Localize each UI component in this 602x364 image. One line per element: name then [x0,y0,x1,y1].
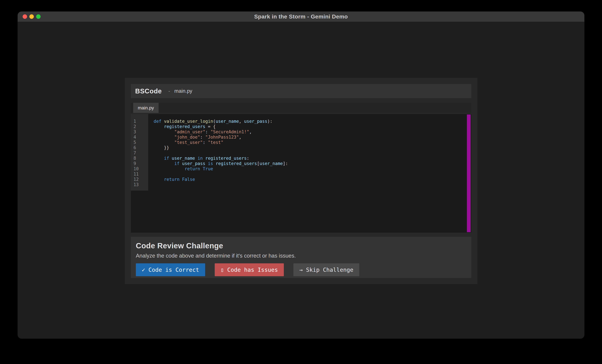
code-token-pl [154,124,164,129]
line-number-gutter: 12345678910111213 [131,114,148,191]
code-token-var: registered_users [205,156,247,161]
code-token-pl: : [247,156,249,161]
code-token-pl [154,166,185,171]
zoom-button[interactable] [36,14,41,19]
code-line [154,150,288,156]
code-token-str: "JohnPass123" [205,135,239,139]
window-titlebar: Spark in the Storm - Gemini Demo [18,11,584,22]
code-token-kw: return [185,166,203,171]
app-window: Spark in the Storm - Gemini Demo BSCode … [18,11,584,339]
code-line: "test_user": "test" [154,140,288,145]
line-number: 11 [131,171,148,177]
traffic-lights [23,11,41,21]
code-line: if user_pass is registered_users[user_na… [154,161,288,166]
code-token-pl [195,156,197,161]
code-token-kw: is [208,161,213,166]
code-token-var: user_pass [244,119,267,124]
line-number: 5 [131,140,148,145]
code-token-var: registered_users [164,124,205,129]
code-token-pl [154,156,164,161]
code-editor-panel: BSCode - main.py main.py 123456789101112… [125,78,477,284]
code-line: return True [154,166,288,171]
code-token-pl: [ [257,161,259,166]
code-line: "john_doe": "JohnPass123", [154,134,288,140]
close-button[interactable] [23,14,27,19]
code-token-pl: : [203,140,208,145]
code-token-pl [203,156,205,161]
code-line: return False [154,177,288,182]
code-line: registered_users = { [154,124,288,129]
code-line [154,182,288,187]
code-correct-button[interactable]: ✓Code is Correct [136,263,205,276]
challenge-buttons: ✓Code is Correct▯Code has Issues→Skip Ch… [136,263,466,276]
line-number: 3 [131,129,148,134]
code-line: "admin_user": "SecureAdmin1!", [154,129,288,134]
button-label: Code has Issues [227,267,278,273]
code-token-const: False [182,177,195,182]
line-number: 7 [131,150,148,156]
code-token-str: "SecureAdmin1!" [210,129,249,134]
code-token-var: registered_users [216,161,257,166]
skip-challenge-button[interactable]: →Skip Challenge [293,263,359,276]
code-token-kw: if [164,156,172,161]
code-token-str: "admin_user" [174,129,205,134]
code-token-fn: validate_user_login [164,119,213,124]
code-line: def validate_user_login(user_name, user_… [154,119,288,124]
code-token-pl: ( [213,119,216,124]
code-token-pl: ]: [283,161,288,166]
app-name: BSCode [135,87,162,95]
code-token-pl: , [239,135,242,139]
code-line: if user_name in registered_users: [154,156,288,161]
code-token-kw: if [174,161,182,166]
code-token-const: True [203,166,213,171]
line-number: 6 [131,145,148,150]
code-token-pl: : [200,135,205,139]
code-token-kw: in [197,156,203,161]
code-editor[interactable]: 12345678910111213 def validate_user_logi… [131,114,471,233]
code-token-pl: : [205,129,210,134]
code-token-pl [154,140,174,145]
line-number: 4 [131,134,148,140]
arrow-right-icon: → [299,267,303,273]
code-token-pl [154,161,174,166]
code-token-str: "test" [208,140,224,145]
code-token-str: "test_user" [174,140,203,145]
tab-main-py[interactable]: main.py [133,103,159,113]
challenge-description: Analyze the code above and determine if … [136,253,466,259]
code-token-pl: , [249,129,252,134]
line-number: 10 [131,166,148,171]
code-token-kw: return [164,177,182,182]
code-token-var: user_name [259,161,283,166]
line-number: 13 [131,182,148,187]
editor-header: BSCode - main.py [131,84,471,98]
line-number: 9 [131,161,148,166]
code-token-pl [205,161,208,166]
code-token-pl: = { [205,124,216,129]
code-line: }} [154,145,288,150]
header-file-name: main.py [174,88,193,94]
code-token-var: user_pass [182,161,205,166]
minimize-button[interactable] [29,14,34,19]
tab-bar: main.py [131,103,471,113]
code-token-str: "john_doe" [174,135,200,139]
code-token-pl [213,161,216,166]
code-token-pl [154,177,164,182]
line-number: 8 [131,156,148,161]
button-label: Code is Correct [148,267,199,273]
code-token-pl [154,135,174,139]
code-token-pl: ): [267,119,272,124]
code-token-kw: def [154,119,164,124]
editor-scrollbar[interactable] [467,115,471,232]
line-number: 2 [131,124,148,129]
challenge-section: Code Review Challenge Analyze the code a… [131,237,471,278]
challenge-title: Code Review Challenge [136,241,466,250]
code-issues-button[interactable]: ▯Code has Issues [215,263,284,276]
code-token-var: user_name [172,156,195,161]
code-content: def validate_user_login(user_name, user_… [148,114,288,187]
code-token-pl [154,129,174,134]
header-separator: - [169,88,170,94]
code-token-pl: }} [154,145,169,150]
window-title: Spark in the Storm - Gemini Demo [254,13,348,20]
warning-box-icon: ▯ [221,267,224,273]
line-number: 12 [131,177,148,182]
